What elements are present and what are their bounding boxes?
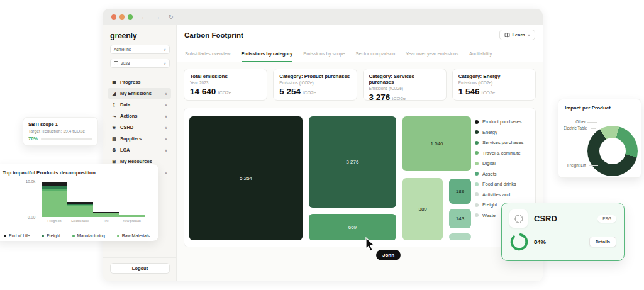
treemap-block[interactable]: 143 xyxy=(449,209,471,228)
year-select-value: 2023 xyxy=(121,61,161,65)
donut-label-other: Other xyxy=(575,120,586,124)
legend-label: Freight xyxy=(47,233,60,238)
treemap-block[interactable]: ... xyxy=(449,233,471,240)
bar-x-label: Electric table xyxy=(71,219,89,223)
treemap-block[interactable]: 189 xyxy=(449,179,471,204)
legend-label: Travel & commute xyxy=(482,150,521,156)
bars-area: Freight liftElectric tableTireNew produc… xyxy=(42,182,145,217)
stat-subtitle: Émissions (tCO2e) xyxy=(458,81,530,85)
treemap-block[interactable]: 389 xyxy=(402,178,443,240)
sidebar-item-actions[interactable]: ↝Actions∨ xyxy=(108,111,171,121)
company-select[interactable]: Acme Inc ∨ xyxy=(110,45,170,54)
tab-year-over-year-emissions[interactable]: Year over year emissions xyxy=(406,45,458,62)
bar-segment xyxy=(67,206,93,217)
treemap-block[interactable]: 669 xyxy=(309,214,396,240)
legend-item: Freight xyxy=(42,233,60,238)
traffic-light-maximize-icon[interactable] xyxy=(128,14,133,20)
legend-item[interactable]: Food and drinks xyxy=(475,181,523,187)
legend-dot xyxy=(4,235,6,237)
sbti-subtitle: Target Reduction: 39.4 tCO2e xyxy=(28,129,92,133)
products-chart-title: Top impactful Products decomposition xyxy=(3,170,151,176)
stat-unit: tCO2e xyxy=(482,90,496,96)
legend-dot xyxy=(475,203,479,207)
sbti-card: SBTi scope 1 Target Reduction: 39.4 tCO2… xyxy=(23,117,98,146)
sidebar-item-data[interactable]: ↥Data∨ xyxy=(108,99,171,110)
legend-item: Raw Materials xyxy=(117,233,150,238)
stat-title: Category: Product purchases xyxy=(279,74,350,79)
tab-emissions-by-category[interactable]: Emissions by category xyxy=(242,45,293,62)
stat-unit: tCO2e xyxy=(218,90,231,96)
sidebar-item-csrd[interactable]: ★CSRD∨ xyxy=(108,122,171,133)
back-icon[interactable]: ← xyxy=(141,14,147,20)
legend-label: Raw Materials xyxy=(122,233,150,238)
legend-item[interactable]: Energy xyxy=(475,130,523,135)
tab-emissions-by-scope[interactable]: Emissions by scope xyxy=(303,45,345,62)
sidebar-item-label: CSRD xyxy=(120,125,162,130)
browser-chrome: ← → ↻ xyxy=(103,9,543,25)
stat-title: Total emissions xyxy=(190,74,261,79)
esg-badge: ESG xyxy=(597,215,616,223)
learn-button[interactable]: Learn ∨ xyxy=(499,30,535,40)
legend-dot xyxy=(72,235,75,237)
csrd-title: CSRD xyxy=(534,214,597,223)
upload-icon: ↥ xyxy=(111,103,117,108)
main-content: Carbon Footprint Learn ∨ Subsidiaries ov… xyxy=(177,25,543,281)
details-button[interactable]: Details xyxy=(589,237,616,247)
browser-window: ← → ↻ greenly Acme Inc ∨ 2023 ∨ ▦Progres… xyxy=(103,9,543,281)
treemap-block[interactable]: 5 254 xyxy=(189,116,303,240)
sidebar-item-label: LCA xyxy=(120,147,162,153)
legend-dot xyxy=(475,130,479,134)
treemap-block[interactable]: 1 546 xyxy=(402,116,471,171)
refresh-icon[interactable]: ↻ xyxy=(169,14,174,20)
cursor-user-label: John xyxy=(376,250,401,260)
logout-button[interactable]: Logout xyxy=(110,263,170,274)
legend-item[interactable]: Activities and xyxy=(475,192,523,198)
tab-auditability[interactable]: Auditability xyxy=(469,45,492,62)
chevron-down-icon: ∨ xyxy=(165,148,167,152)
csrd-progress-label: 84% xyxy=(534,238,589,245)
csrd-logo xyxy=(509,209,528,228)
sbti-progress-bar xyxy=(41,138,92,140)
stat-value: 5 254tCO2e xyxy=(279,87,350,96)
sidebar-item-suppliers[interactable]: ▤Suppliers∨ xyxy=(108,133,171,144)
tabs-bar: Subsidiaries overviewEmissions by catego… xyxy=(177,45,543,62)
tab-subsidiaries-overview[interactable]: Subsidiaries overview xyxy=(185,45,231,62)
cursor-arrow-icon xyxy=(365,237,379,252)
bar-electric-table[interactable]: Electric table xyxy=(67,182,93,217)
products-decomposition-card: Top impactful Products decomposition 10.… xyxy=(0,164,158,241)
bar-segment xyxy=(93,213,119,217)
chart-icon: ◢ xyxy=(111,91,117,96)
products-chart-legend: End of LifeFreightManufacturingRaw Mater… xyxy=(3,233,151,238)
legend-dot xyxy=(475,192,479,196)
bar-freight-lift[interactable]: Freight lift xyxy=(42,182,67,217)
stat-title: Category: Services purchases xyxy=(369,74,440,85)
sidebar-item-label: Data xyxy=(120,102,162,108)
treemap-block[interactable]: 3 276 xyxy=(309,116,396,208)
sidebar-item-progress[interactable]: ▦Progress xyxy=(108,77,171,87)
sidebar-item-my-emissions[interactable]: ◢My Emissions∨ xyxy=(108,88,171,99)
tab-sector-comparison[interactable]: Sector comparison xyxy=(356,45,396,62)
legend-item[interactable]: Travel & commute xyxy=(475,150,523,156)
bar-segment xyxy=(42,182,67,186)
browser-body: greenly Acme Inc ∨ 2023 ∨ ▦Progress◢My E… xyxy=(103,25,543,281)
csrd-progress-ring xyxy=(509,232,529,252)
legend-label: Waste xyxy=(482,213,496,218)
legend-item[interactable]: Assets xyxy=(475,171,523,177)
legend-item[interactable]: Services purchases xyxy=(475,140,523,145)
legend-item[interactable]: Product purchases xyxy=(475,119,523,125)
bar-x-label: Freight lift xyxy=(48,219,62,223)
legend-label: Freight xyxy=(482,202,497,208)
year-select[interactable]: 2023 ∨ xyxy=(110,59,170,68)
traffic-light-close-icon[interactable] xyxy=(111,14,116,20)
sidebar-item-label: My Emissions xyxy=(120,91,162,96)
forward-icon[interactable]: → xyxy=(155,14,160,20)
stat-value: 14 640tCO2e xyxy=(190,87,261,96)
sidebar-item-lca[interactable]: ♻LCA∨ xyxy=(108,145,171,155)
bar-tire[interactable]: Tire xyxy=(93,182,119,217)
legend-item[interactable]: Digital xyxy=(475,160,523,166)
stat-subtitle: Year 2023 xyxy=(190,81,261,85)
bar-new-product[interactable]: New product xyxy=(119,182,145,217)
traffic-light-minimize-icon[interactable] xyxy=(119,14,125,20)
legend-label: End of Life xyxy=(9,233,30,238)
donut-connector-line xyxy=(587,122,597,123)
